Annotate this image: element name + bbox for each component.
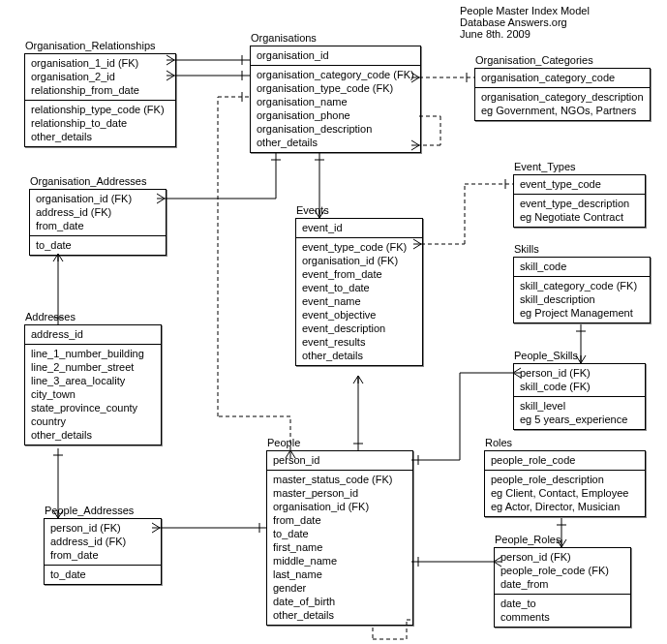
entity-events: Events event_id event_type_code (FK) org… — [295, 218, 423, 366]
entity-title: Skills — [514, 243, 539, 255]
pk-section: organisation_1_id (FK) organisation_2_id… — [25, 54, 175, 101]
entity-people: People person_id master_status_code (FK)… — [266, 450, 413, 626]
entity-roles: Roles people_role_code people_role_descr… — [484, 450, 646, 517]
header: People Master Index Model Database Answe… — [460, 5, 590, 40]
entity-event-types: Event_Types event_type_code event_type_d… — [513, 174, 646, 228]
entity-title: Roles — [485, 437, 512, 448]
attr-section: relationship_type_code (FK) relationship… — [25, 101, 175, 146]
entity-title: People_Addresses — [45, 505, 134, 516]
entity-title: Event_Types — [514, 161, 576, 172]
header-line1: People Master Index Model — [460, 5, 590, 16]
entity-title: Organisation_Relationships — [25, 40, 156, 51]
entity-org-rel: Organisation_Relationships organisation_… — [24, 53, 176, 147]
entity-org-addr: Organisation_Addresses organisation_id (… — [29, 189, 167, 256]
entity-title: People_Roles — [495, 534, 561, 545]
entity-people-addr: People_Addresses person_id (FK) address_… — [44, 518, 162, 585]
entity-skills: Skills skill_code skill_category_code (F… — [513, 257, 651, 323]
entity-people-skills: People_Skills person_id (FK) skill_code … — [513, 363, 646, 430]
entity-title: People — [267, 437, 300, 448]
entity-title: Events — [296, 204, 329, 216]
entity-addresses: Addresses address_id line_1_number_build… — [24, 324, 162, 445]
entity-title: Organisations — [251, 32, 317, 44]
entity-orgs: Organisations organisation_id organisati… — [250, 46, 421, 153]
entity-org-cat: Organisation_Categories organisation_cat… — [474, 68, 651, 121]
entity-title: Organisation_Categories — [475, 54, 593, 66]
header-line3: June 8th. 2009 — [460, 28, 590, 40]
entity-people-roles: People_Roles person_id (FK) people_role_… — [494, 547, 631, 628]
entity-title: Organisation_Addresses — [30, 175, 146, 187]
entity-title: People_Skills — [514, 350, 578, 361]
entity-title: Addresses — [25, 311, 76, 322]
header-line2: Database Answers.org — [460, 16, 590, 28]
